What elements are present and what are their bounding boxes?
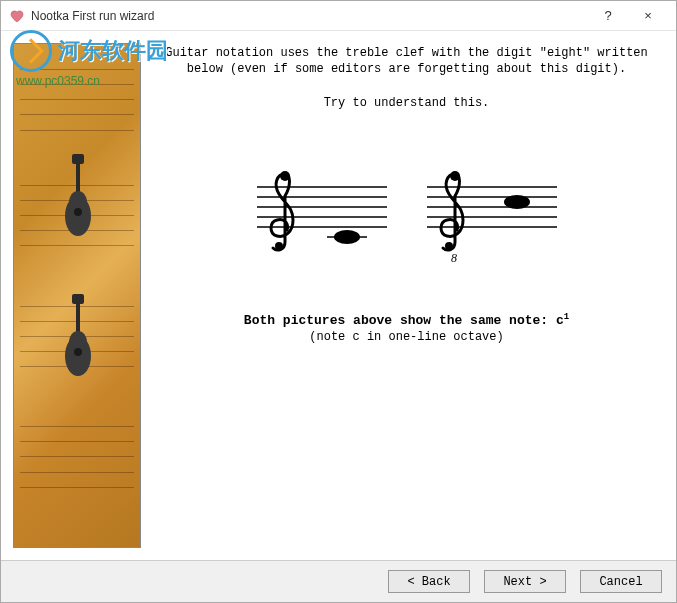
svg-rect-7 [72,294,84,304]
svg-point-6 [74,348,82,356]
octave-8-label: 8 [451,251,457,265]
same-note-heading: Both pictures above show the same note: … [155,312,658,328]
window-title: Nootka First run wizard [31,9,588,23]
intro-text-1: Guitar notation uses the treble clef wit… [155,45,658,77]
content-area: Guitar notation uses the treble clef wit… [149,43,664,548]
back-button[interactable]: < Back [388,570,470,593]
titlebar: Nootka First run wizard ? × [1,1,676,31]
guitar-icon [62,294,94,384]
close-button[interactable]: × [628,2,668,30]
notation-examples: 8 [155,162,658,272]
help-button[interactable]: ? [588,2,628,30]
staff-treble [257,162,387,272]
svg-point-23 [445,242,453,250]
intro-text-2: Try to understand this. [155,95,658,111]
svg-point-16 [334,230,360,244]
svg-point-14 [275,242,283,250]
cancel-button[interactable]: Cancel [580,570,662,593]
svg-rect-3 [72,154,84,164]
svg-point-2 [74,208,82,216]
svg-point-13 [280,171,290,181]
wizard-window: Nootka First run wizard ? × 河东软件园 www.pc… [0,0,677,603]
svg-point-24 [504,195,530,209]
next-button[interactable]: Next > [484,570,566,593]
wizard-footer: < Back Next > Cancel [1,560,676,602]
staff-treble-8: 8 [427,162,557,272]
wizard-body: Guitar notation uses the treble clef wit… [1,31,676,602]
svg-point-22 [450,171,460,181]
sidebar-image [13,43,141,548]
guitar-icon [62,154,94,244]
app-icon [9,8,25,24]
same-note-sub: (note c in one-line octave) [155,330,658,344]
